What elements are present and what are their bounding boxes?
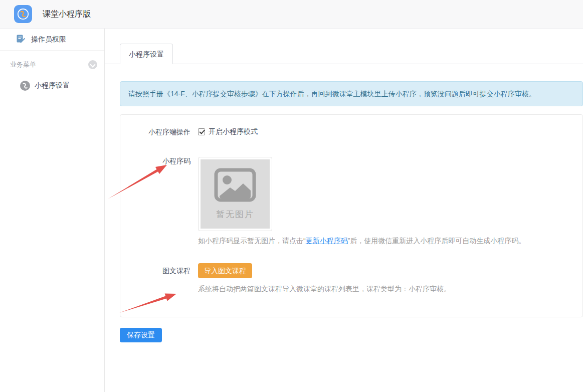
enable-mode-checkbox-wrap[interactable]: 开启小程序模式 — [198, 127, 258, 136]
update-qrcode-link[interactable]: 更新小程序码 — [306, 237, 348, 245]
miniprogram-circle-icon — [20, 81, 30, 91]
import-course-button[interactable]: 导入图文课程 — [198, 263, 252, 278]
tab-miniprogram-settings[interactable]: 小程序设置 — [120, 44, 173, 64]
course-label: 图文课程 — [120, 263, 198, 294]
settings-form: 小程序端操作 开启小程序模式 小程序码 — [120, 114, 583, 317]
course-help-text: 系统将自动把两篇图文课程导入微课堂的课程列表里，课程类型为：小程序审核。 — [198, 284, 451, 294]
chevron-down-icon[interactable] — [88, 60, 97, 69]
sidebar-item-miniprogram-settings[interactable]: 小程序设置 — [0, 75, 104, 97]
qrcode-help-text: 如小程序码显示暂无图片，请点击“更新小程序码”后，使用微信重新进入小程序后即可自… — [198, 235, 525, 246]
sidebar: 操作员权限 业务菜单 小程序设置 — [0, 29, 105, 392]
form-row-course: 图文课程 导入图文课程 系统将自动把两篇图文课程导入微课堂的课程列表里，课程类型… — [120, 263, 582, 294]
sidebar-section-business-menu: 业务菜单 — [0, 55, 104, 75]
main-content: 小程序设置 请按照手册《14-F、小程序提交审核步骤》在下方操作后，再回到微课堂… — [105, 29, 583, 392]
save-settings-button[interactable]: 保存设置 — [120, 328, 162, 342]
sidebar-item-operator-permissions[interactable]: 操作员权限 — [0, 29, 104, 50]
no-image-text: 暂无图片 — [216, 209, 254, 220]
info-banner: 请按照手册《14-F、小程序提交审核步骤》在下方操作后，再回到微课堂主模块里上传… — [120, 81, 583, 106]
qrcode-help-prefix: 如小程序码显示暂无图片，请点击“ — [198, 237, 306, 245]
mode-label: 小程序端操作 — [120, 127, 198, 137]
mode-checkbox-label: 开启小程序模式 — [209, 127, 258, 136]
sidebar-item-label: 操作员权限 — [31, 35, 66, 44]
app-logo-icon — [14, 5, 32, 23]
form-row-mode: 小程序端操作 开启小程序模式 — [120, 127, 582, 137]
sidebar-divider — [0, 50, 104, 51]
qrcode-image-placeholder[interactable]: 暂无图片 — [198, 157, 272, 231]
document-edit-icon — [16, 34, 25, 45]
app-header: 课堂小程序版 — [0, 0, 583, 29]
page-title: 课堂小程序版 — [43, 0, 91, 28]
qrcode-field: 暂无图片 如小程序码显示暂无图片，请点击“更新小程序码”后，使用微信重新进入小程… — [198, 157, 525, 246]
form-row-qrcode: 小程序码 暂无图片 — [120, 157, 582, 246]
sidebar-item-label: 小程序设置 — [35, 81, 70, 90]
tab-bar: 小程序设置 — [105, 44, 583, 64]
sidebar-section-label: 业务菜单 — [10, 60, 88, 69]
image-icon — [214, 159, 256, 204]
qrcode-help-suffix: ”后，使用微信重新进入小程序后即可自动生成小程序码。 — [348, 237, 526, 245]
mode-checkbox[interactable] — [198, 128, 205, 135]
qrcode-label: 小程序码 — [120, 157, 198, 246]
course-field: 导入图文课程 系统将自动把两篇图文课程导入微课堂的课程列表里，课程类型为：小程序… — [198, 263, 451, 294]
